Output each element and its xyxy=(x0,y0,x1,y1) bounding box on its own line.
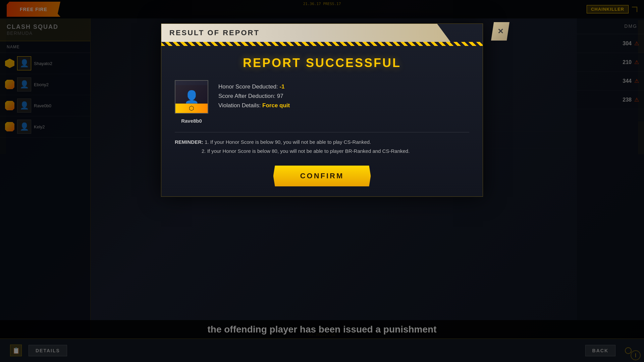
score-after-line: Score After Deduction: 97 xyxy=(218,93,290,100)
report-details: Honor Score Deducted: -1 Score After Ded… xyxy=(218,80,290,109)
confirm-button-label: CONFIRM xyxy=(300,172,344,180)
section-divider xyxy=(175,132,469,132)
reminder-2-text: 2. If your Honor Score is below 80, you … xyxy=(202,148,410,154)
reported-player-avatar: 👤 ⬡ xyxy=(175,80,208,114)
reported-player-card: 👤 ⬡ Rave8b0 xyxy=(175,80,208,124)
modal-title-area: RESULT OF REPORT xyxy=(161,24,450,42)
violation-label: Violation Details: xyxy=(218,102,261,109)
badge-icon: ⬡ xyxy=(189,105,194,112)
report-info-section: 👤 ⬡ Rave8b0 Honor Score Deducted: -1 xyxy=(175,80,469,124)
modal-overlay: RESULT OF REPORT ✕ REPORT SUCCESSFUL 👤 xyxy=(0,0,644,362)
confirm-button[interactable]: CONFIRM xyxy=(273,166,371,186)
honor-score-label: Honor Score Deducted: xyxy=(218,83,278,90)
report-modal: RESULT OF REPORT ✕ REPORT SUCCESSFUL 👤 xyxy=(161,23,483,197)
reminder-1-text: 1. If your Honor Score is below 90, you … xyxy=(205,139,371,145)
reminder-text: REMINDER: 1. If your Honor Score is belo… xyxy=(175,137,469,146)
reminder-2-line: 2. If your Honor Score is below 80, you … xyxy=(175,146,469,156)
avatar-rank-badge: ⬡ xyxy=(175,104,208,113)
score-after-label: Score After Deduction: xyxy=(218,93,275,99)
honor-score-value: -1 xyxy=(279,83,284,90)
modal-content: REPORT SUCCESSFUL 👤 ⬡ Rave8b0 xyxy=(161,46,483,196)
reminder-section: REMINDER: 1. If your Honor Score is belo… xyxy=(175,137,469,156)
close-icon: ✕ xyxy=(497,27,503,36)
reported-player-name: Rave8b0 xyxy=(181,118,202,124)
modal-title-text: RESULT OF REPORT xyxy=(169,28,260,37)
violation-value: Force quit xyxy=(262,102,290,109)
report-success-title: REPORT SUCCESSFUL xyxy=(175,56,469,70)
modal-title-bar: RESULT OF REPORT ✕ xyxy=(161,24,483,42)
violation-line: Violation Details: Force quit xyxy=(218,102,290,109)
score-after-value: 97 xyxy=(277,93,283,99)
modal-close-button[interactable]: ✕ xyxy=(491,22,509,41)
honor-score-line: Honor Score Deducted: -1 xyxy=(218,83,290,90)
confirm-button-wrapper: CONFIRM xyxy=(175,166,469,186)
reminder-label: REMINDER: xyxy=(175,139,203,145)
stripe-decoration xyxy=(161,42,483,46)
